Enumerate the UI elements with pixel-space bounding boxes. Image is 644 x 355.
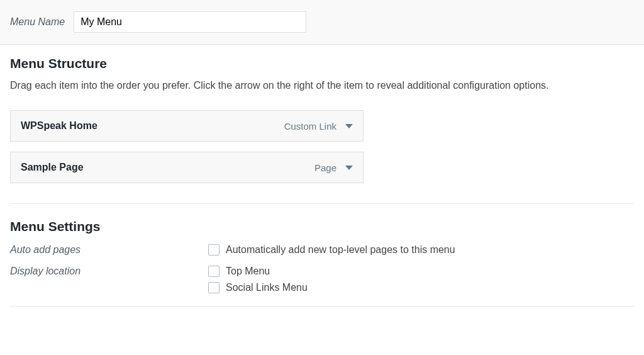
menu-item[interactable]: Sample Page Page (10, 152, 364, 183)
chevron-down-icon[interactable] (345, 166, 353, 170)
menu-settings-heading: Menu Settings (10, 219, 634, 234)
chevron-down-icon[interactable] (345, 124, 353, 128)
display-location-option-text: Top Menu (226, 266, 270, 277)
menu-item-title: WPSpeak Home (21, 120, 97, 132)
auto-add-option-text: Automatically add new top-level pages to… (226, 244, 455, 256)
menu-structure-description: Drag each item into the order you prefer… (10, 80, 634, 91)
menu-name-input[interactable] (74, 11, 306, 33)
auto-add-checkbox[interactable] (208, 244, 219, 256)
auto-add-pages-label: Auto add pages (10, 244, 208, 256)
menu-items-list: WPSpeak Home Custom Link Sample Page Pag… (10, 110, 634, 183)
menu-item[interactable]: WPSpeak Home Custom Link (10, 110, 364, 142)
display-location-value: Top Menu Social Links Menu (208, 266, 308, 293)
menu-item-controls: Custom Link (284, 121, 353, 132)
display-location-option[interactable]: Top Menu (208, 266, 308, 277)
menu-item-type: Custom Link (284, 121, 336, 132)
menu-structure-heading: Menu Structure (10, 56, 634, 71)
top-menu-checkbox[interactable] (208, 266, 219, 277)
display-location-option-text: Social Links Menu (226, 282, 308, 293)
menu-name-label: Menu Name (10, 16, 65, 28)
display-location-row: Display location Top Menu Social Links M… (10, 266, 634, 293)
menu-item-type: Page (314, 162, 336, 173)
menu-item-title: Sample Page (21, 162, 84, 173)
auto-add-pages-row: Auto add pages Automatically add new top… (10, 244, 634, 256)
social-links-checkbox[interactable] (208, 282, 219, 293)
menu-item-controls: Page (314, 162, 353, 173)
display-location-option[interactable]: Social Links Menu (208, 282, 308, 293)
menu-name-header: Menu Name (0, 0, 644, 45)
section-divider (10, 203, 634, 204)
menu-settings-grid: Auto add pages Automatically add new top… (10, 244, 634, 293)
display-location-label: Display location (10, 266, 208, 277)
auto-add-pages-option[interactable]: Automatically add new top-level pages to… (208, 244, 455, 256)
auto-add-pages-value: Automatically add new top-level pages to… (208, 244, 455, 256)
section-divider (10, 306, 634, 307)
